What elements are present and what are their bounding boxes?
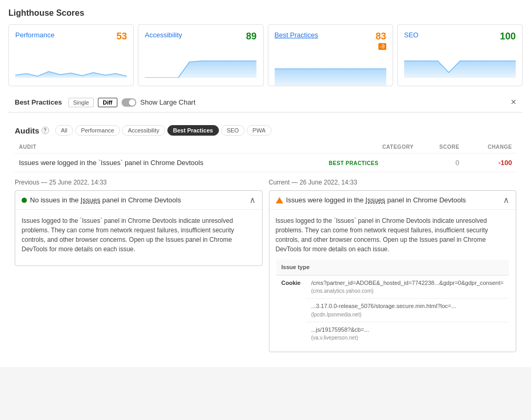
issue-url-cell: ...js/19175958?&cb=... (va.v.liveperson.… — [306, 322, 509, 345]
score-card-header: Accessibility 89 — [145, 31, 256, 42]
filter-tab-pwa[interactable]: PWA — [247, 125, 272, 136]
chart-area — [404, 46, 516, 78]
score-card-value: 89 — [246, 31, 256, 42]
col-change: CHANGE — [464, 141, 516, 153]
score-card-title: Accessibility — [145, 31, 182, 39]
issue-url: ...3.17.0.0-release_5076/storage.secure.… — [311, 302, 504, 311]
chevron-up-curr[interactable]: ∧ — [503, 195, 509, 205]
score-card-best-practices[interactable]: Best Practices 83 -9 — [268, 24, 393, 86]
audit-table: AUDIT CATEGORY SCORE CHANGE Issues were … — [15, 141, 516, 172]
bp-bar-title: Best Practices — [15, 98, 62, 106]
diff-previous-header: No issues in the Issues panel in Chrome … — [15, 191, 262, 210]
filter-tab-all[interactable]: All — [55, 125, 73, 136]
best-practices-bar: Best Practices Single Diff Show Large Ch… — [8, 93, 523, 112]
help-icon[interactable]: ? — [42, 127, 49, 134]
diff-previous-body: Issues logged to the `Issues` panel in C… — [15, 210, 262, 265]
chart-svg — [275, 54, 386, 86]
audit-row-category: BEST PRACTICES — [325, 153, 418, 172]
audit-row-change: -100 — [464, 153, 516, 172]
diff-previous-col: Previous — 25 June 2022, 14:33 No issues… — [15, 179, 263, 352]
issue-url-cell: /cms?partner_id=ADOBE&_hosted_id=7742238… — [306, 275, 509, 299]
diff-previous-header-left: No issues in the Issues panel in Chrome … — [22, 196, 181, 204]
issue-domain: (lpcdn.lpsnmedia.net) — [311, 311, 504, 319]
diff-current-body: Issues logged to the `Issues` panel in C… — [269, 210, 516, 352]
diff-previous-timestamp: Previous — 25 June 2022, 14:33 — [15, 179, 263, 186]
score-card-value: 83 — [376, 31, 386, 42]
issue-url-cell: ...3.17.0.0-release_5076/storage.secure.… — [306, 299, 509, 322]
audit-row-name: Issues were logged in the `Issues` panel… — [15, 153, 325, 172]
filter-tab-seo[interactable]: SEO — [221, 125, 245, 136]
score-card-value-wrap: 89 — [246, 31, 256, 42]
issue-domain: (va.v.liveperson.net) — [311, 334, 504, 342]
diff-previous-header-text: No issues in the Issues panel in Chrome … — [30, 196, 181, 204]
chart-area — [275, 54, 386, 86]
score-card-header: Best Practices 83 -9 — [275, 31, 386, 50]
diff-previous-card: No issues in the Issues panel in Chrome … — [15, 190, 263, 266]
page-container: Lighthouse Scores Performance 53 — [0, 0, 531, 367]
issue-url: ...js/19175958?&cb=... — [311, 325, 504, 334]
audits-header: Audits ? AllPerformanceAccessibilityBest… — [15, 125, 516, 136]
diff-previous-body-text: Issues logged to the `Issues` panel in C… — [22, 216, 256, 254]
status-warning-icon — [276, 197, 283, 203]
chart-fill — [145, 61, 256, 78]
chevron-up-prev[interactable]: ∧ — [249, 195, 256, 205]
score-card-value-wrap: 100 — [500, 31, 516, 42]
col-score: SCORE — [418, 141, 464, 153]
score-card-header: SEO 100 — [404, 31, 516, 42]
toggle-switch[interactable] — [122, 98, 136, 107]
chart-svg — [404, 46, 516, 78]
chart-fill — [275, 69, 386, 86]
diff-current-body-text: Issues logged to the `Issues` panel in C… — [276, 216, 510, 254]
diff-section: Previous — 25 June 2022, 14:33 No issues… — [8, 172, 523, 358]
score-card-performance[interactable]: Performance 53 — [8, 24, 134, 86]
diff-toggle[interactable]: Diff — [98, 98, 117, 107]
issue-domain: (cms.analytics.yahoo.com) — [311, 287, 504, 295]
score-card-value: 53 — [116, 31, 127, 42]
issue-row: ...3.17.0.0-release_5076/storage.secure.… — [276, 299, 509, 322]
issue-url: /cms?partner_id=ADOBE&_hosted_id=7742238… — [311, 279, 504, 288]
filter-tab-accessibility[interactable]: Accessibility — [122, 125, 165, 136]
score-card-value-wrap: 83 -9 — [376, 31, 386, 50]
filter-tabs: AllPerformanceAccessibilityBest Practice… — [55, 125, 272, 136]
score-card-accessibility[interactable]: Accessibility 89 — [138, 24, 263, 86]
score-card-title: Performance — [15, 31, 54, 39]
score-delta: -9 — [378, 43, 386, 50]
issue-row: ...js/19175958?&cb=... (va.v.liveperson.… — [276, 322, 509, 345]
issues-underline-prev: Issues — [81, 196, 101, 204]
diff-current-header-text: Issues were logged in the Issues panel i… — [286, 196, 466, 204]
score-card-seo[interactable]: SEO 100 — [397, 24, 523, 86]
chart-area — [145, 46, 256, 78]
col-category: CATEGORY — [325, 141, 418, 153]
audits-title: Audits ? — [15, 126, 49, 135]
close-button[interactable]: × — [510, 97, 516, 108]
col-audit: AUDIT — [15, 141, 325, 153]
score-cards: Performance 53 Accessibility — [8, 24, 523, 86]
single-toggle[interactable]: Single — [68, 98, 94, 107]
score-card-title: SEO — [404, 31, 418, 39]
diff-current-timestamp: Current — 26 June 2022, 14:33 — [269, 179, 517, 186]
table-row: Issues were logged in the `Issues` panel… — [15, 153, 516, 172]
filter-tab-performance[interactable]: Performance — [75, 125, 120, 136]
show-large-chart-label: Show Large Chart — [141, 98, 196, 106]
issue-table: Issue type Cookie /cms?partner_id=ADOBE&… — [276, 259, 510, 345]
score-card-value-wrap: 53 — [116, 31, 127, 42]
diff-current-card: Issues were logged in the Issues panel i… — [269, 190, 517, 352]
audits-title-text: Audits — [15, 126, 39, 135]
score-card-header: Performance 53 — [15, 31, 127, 42]
status-pass-icon — [22, 198, 27, 203]
score-card-value: 100 — [500, 31, 516, 42]
audit-row-score: 0 — [418, 153, 464, 172]
issue-type-header: Issue type — [276, 260, 509, 275]
audits-section: Audits ? AllPerformanceAccessibilityBest… — [8, 119, 523, 172]
diff-current-header-left: Issues were logged in the Issues panel i… — [276, 196, 466, 204]
diff-current-col: Current — 26 June 2022, 14:33 Issues wer… — [269, 179, 517, 352]
issue-row: Cookie /cms?partner_id=ADOBE&_hosted_id=… — [276, 275, 509, 299]
chart-area — [15, 46, 127, 78]
issues-underline-curr: Issues — [366, 196, 386, 204]
chart-fill — [404, 61, 516, 78]
chart-svg — [15, 46, 127, 78]
filter-tab-best-practices[interactable]: Best Practices — [167, 125, 219, 136]
chart-svg — [145, 46, 256, 78]
diff-current-header: Issues were logged in the Issues panel i… — [269, 191, 516, 210]
audit-category-badge: BEST PRACTICES — [329, 160, 378, 166]
